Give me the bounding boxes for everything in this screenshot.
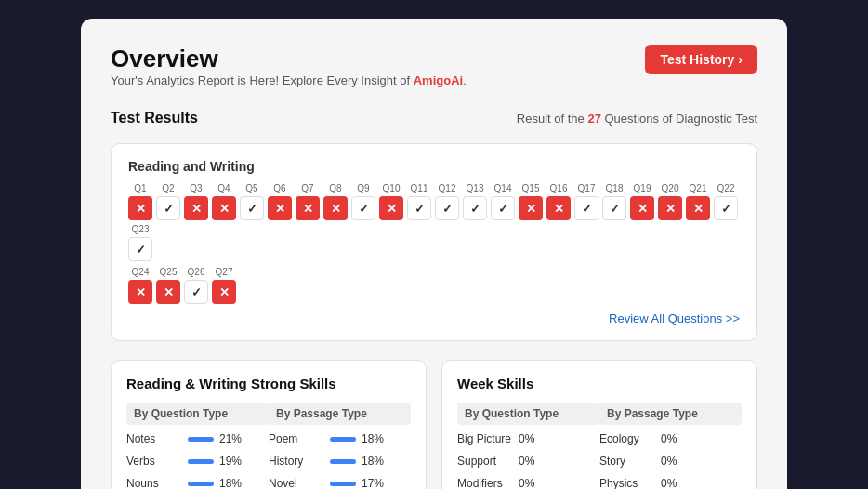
question-col: Q9✓ — [351, 183, 375, 220]
q-box-correct[interactable]: ✓ — [714, 196, 738, 220]
q-label: Q3 — [190, 183, 202, 193]
question-col: Q4✕ — [212, 183, 236, 220]
question-col: Q14✓ — [491, 183, 515, 220]
q-box-correct[interactable]: ✓ — [240, 196, 264, 220]
subtitle: Your's Analytics Report is Here! Explore… — [111, 73, 467, 87]
skill-pct: 0% — [661, 477, 677, 489]
q-box-wrong[interactable]: ✕ — [519, 196, 543, 220]
q-box-wrong[interactable]: ✕ — [686, 196, 710, 220]
question-col: Q19✕ — [630, 183, 654, 220]
question-col: Q23✓ — [128, 224, 152, 261]
skill-item: Modifiers0% — [457, 477, 599, 489]
week-p-type-header: By Passage Type — [599, 403, 742, 425]
q-label: Q20 — [662, 183, 679, 193]
q-box-wrong[interactable]: ✕ — [658, 196, 682, 220]
q-label: Q22 — [717, 183, 735, 193]
q-box-correct[interactable]: ✓ — [407, 196, 431, 220]
q-box-wrong[interactable]: ✕ — [546, 196, 571, 220]
skill-name: Big Picture — [457, 432, 513, 445]
skill-name: Support — [457, 455, 513, 468]
skill-name: Verbs — [126, 455, 182, 468]
question-col: Q21✕ — [686, 183, 710, 220]
strong-p-type-header: By Passage Type — [269, 403, 411, 425]
q-label: Q12 — [439, 183, 456, 193]
q-box-wrong[interactable]: ✕ — [296, 196, 320, 220]
test-results-header: Test Results Result of the 27 Questions … — [111, 110, 757, 136]
skill-pct: 0% — [519, 455, 534, 468]
q-box-correct[interactable]: ✓ — [184, 280, 208, 304]
review-all-link[interactable]: Review All Questions >> — [128, 311, 740, 325]
q-label: Q23 — [132, 224, 150, 234]
q-box-wrong[interactable]: ✕ — [156, 280, 180, 304]
skill-pct: 18% — [362, 432, 384, 445]
week-skills-card: Week Skills By Question Type Big Picture… — [441, 360, 757, 489]
question-col: Q20✕ — [658, 183, 682, 220]
question-col: Q10✕ — [379, 183, 403, 220]
skill-item: Ecology0% — [599, 432, 742, 445]
q-box-wrong[interactable]: ✕ — [128, 196, 152, 220]
q-box-wrong[interactable]: ✕ — [128, 280, 152, 304]
q-box-correct[interactable]: ✓ — [574, 196, 598, 220]
test-history-label: Test History — [660, 52, 734, 67]
question-col: Q18✓ — [602, 183, 626, 220]
skill-name: Story — [599, 455, 655, 468]
question-col: Q25✕ — [156, 267, 180, 304]
skill-name: History — [269, 455, 324, 468]
q-label: Q9 — [357, 183, 369, 193]
q-label: Q24 — [132, 267, 150, 277]
skill-item: History18% — [269, 455, 411, 468]
q-box-wrong[interactable]: ✕ — [184, 196, 208, 220]
q-box-wrong[interactable]: ✕ — [212, 196, 236, 220]
question-col: Q5✓ — [240, 183, 264, 220]
q-box-correct[interactable]: ✓ — [491, 196, 515, 220]
q-box-correct[interactable]: ✓ — [156, 196, 180, 220]
strong-q-type-header: By Question Type — [126, 403, 269, 425]
q-box-wrong[interactable]: ✕ — [630, 196, 654, 220]
q-box-wrong[interactable]: ✕ — [212, 280, 236, 304]
skill-item: Big Picture0% — [457, 432, 599, 445]
week-skills-title: Week Skills — [457, 376, 742, 391]
brand-name: AmigoAi — [414, 73, 463, 87]
q-label: Q19 — [634, 183, 651, 193]
skill-name: Notes — [126, 432, 182, 445]
skill-item: Novel17% — [269, 477, 411, 489]
skill-bar — [330, 437, 356, 442]
skill-pct: 0% — [661, 432, 677, 445]
strong-skills-title: Reading & Writing Strong Skills — [126, 376, 411, 391]
q-label: Q27 — [216, 267, 233, 277]
q-label: Q8 — [329, 183, 341, 193]
question-col: Q26✓ — [184, 267, 208, 304]
q-label: Q10 — [383, 183, 401, 193]
q-box-correct[interactable]: ✓ — [463, 196, 487, 220]
question-col: Q17✓ — [574, 183, 598, 220]
strong-passage-type-col: By Passage Type Poem18%History18%Novel17… — [269, 403, 411, 489]
result-info: Result of the 27 Questions of Diagnostic… — [517, 112, 757, 126]
q-label: Q18 — [606, 183, 624, 193]
question-col: Q8✕ — [323, 183, 348, 220]
q-box-wrong[interactable]: ✕ — [379, 196, 403, 220]
question-col: Q11✓ — [407, 183, 431, 220]
question-col: Q16✕ — [546, 183, 571, 220]
test-history-button[interactable]: Test History › — [645, 45, 757, 74]
question-col: Q6✕ — [268, 183, 292, 220]
question-col: Q12✓ — [435, 183, 459, 220]
q-label: Q13 — [467, 183, 484, 193]
skill-item: Support0% — [457, 455, 599, 468]
skill-pct: 18% — [219, 477, 242, 489]
strong-q-types-list: Notes21%Verbs19%Nouns18% — [126, 432, 269, 489]
q-box-wrong[interactable]: ✕ — [268, 196, 292, 220]
q-box-correct[interactable]: ✓ — [351, 196, 375, 220]
q-box-correct[interactable]: ✓ — [602, 196, 626, 220]
q-box-correct[interactable]: ✓ — [128, 237, 152, 261]
skill-name: Ecology — [599, 432, 655, 445]
week-question-type-col: By Question Type Big Picture0%Support0%M… — [457, 403, 599, 489]
q-label: Q14 — [494, 183, 512, 193]
q-box-wrong[interactable]: ✕ — [323, 196, 348, 220]
skill-item: Notes21% — [126, 432, 269, 445]
q-box-correct[interactable]: ✓ — [435, 196, 459, 220]
q-label: Q17 — [578, 183, 596, 193]
page-title: Overview — [111, 45, 467, 73]
q-label: Q1 — [134, 183, 146, 193]
strong-question-type-col: By Question Type Notes21%Verbs19%Nouns18… — [126, 403, 269, 489]
skill-item: Physics0% — [599, 477, 742, 489]
